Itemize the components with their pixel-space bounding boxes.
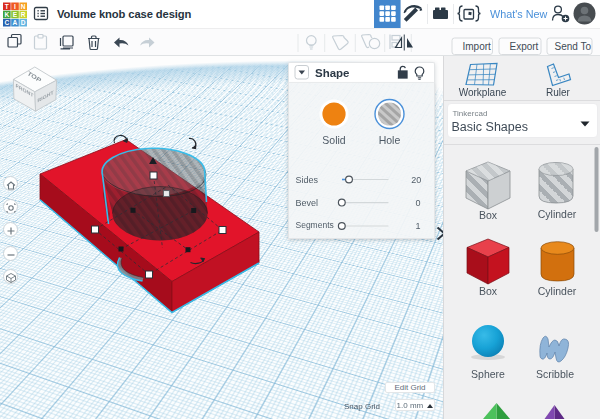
- svg-text:Import: Import: [463, 41, 492, 52]
- svg-text:E: E: [13, 11, 18, 18]
- svg-text:Workplane: Workplane: [459, 87, 507, 98]
- svg-text:Sides: Sides: [296, 175, 319, 185]
- svg-text:Segments: Segments: [296, 220, 334, 230]
- svg-text:D: D: [21, 19, 26, 26]
- svg-text:Bevel: Bevel: [296, 198, 319, 208]
- svg-text:Hole: Hole: [379, 134, 401, 146]
- svg-text:Sphere: Sphere: [471, 368, 505, 380]
- svg-text:1: 1: [415, 221, 420, 231]
- svg-text:Tinkercad: Tinkercad: [453, 109, 488, 118]
- svg-text:T: T: [5, 3, 9, 10]
- svg-text:What's New: What's New: [490, 8, 547, 20]
- svg-text:Ruler: Ruler: [546, 87, 571, 98]
- svg-text:20: 20: [411, 175, 421, 185]
- svg-text:Box: Box: [479, 285, 498, 297]
- svg-text:Cylinder: Cylinder: [538, 208, 577, 220]
- svg-text:Basic Shapes: Basic Shapes: [452, 120, 528, 134]
- svg-text:Shape: Shape: [315, 67, 350, 79]
- svg-text:A: A: [13, 19, 18, 26]
- svg-text:Box: Box: [479, 209, 498, 221]
- svg-text:Export: Export: [510, 41, 539, 52]
- svg-text:Solid: Solid: [322, 134, 346, 146]
- svg-text:N: N: [21, 3, 26, 10]
- svg-text:Volume knob case design: Volume knob case design: [57, 8, 192, 20]
- svg-text:Scribble: Scribble: [536, 368, 574, 380]
- svg-text:R: R: [21, 11, 26, 18]
- svg-text:Cylinder: Cylinder: [538, 285, 577, 297]
- svg-text:K: K: [4, 11, 9, 18]
- svg-text:I: I: [14, 3, 16, 10]
- svg-text:Send To: Send To: [555, 41, 592, 52]
- svg-text:0: 0: [415, 198, 420, 208]
- svg-text:C: C: [4, 19, 9, 26]
